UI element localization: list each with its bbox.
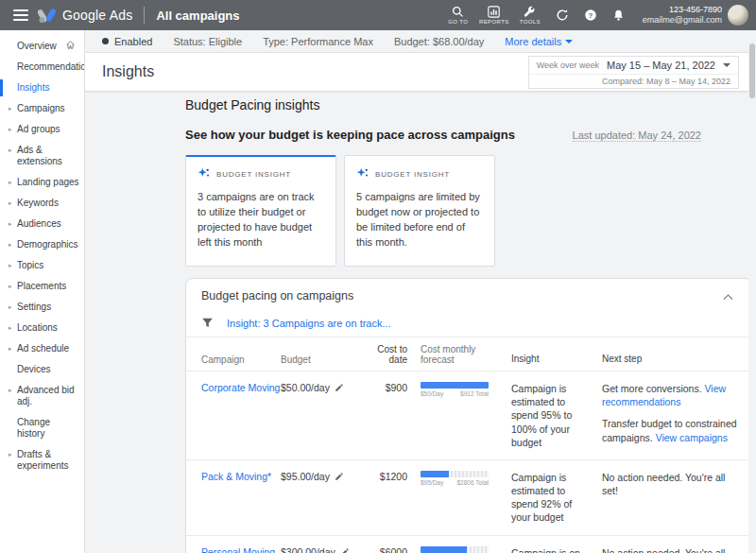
date-range-picker[interactable]: Week over week May 15 – May 21, 2022 Com… bbox=[528, 56, 739, 89]
budget-pacing-panel: Budget pacing on campaigns Insight: 3 Ca… bbox=[185, 278, 748, 553]
account-email: emailme@gmail.com bbox=[643, 15, 722, 26]
expand-arrow-icon: ▸ bbox=[9, 387, 12, 394]
forecast-bar-fill bbox=[421, 471, 449, 477]
more-details-link[interactable]: More details bbox=[505, 36, 573, 47]
sidebar-item-keywords[interactable]: ▸Keywords bbox=[0, 193, 84, 214]
edit-budget-button pencil-icon[interactable] bbox=[340, 547, 350, 553]
context-title: All campaigns bbox=[156, 9, 239, 23]
expand-arrow-icon: ▸ bbox=[9, 451, 12, 458]
filter-chip[interactable]: Insight: 3 Campaigns are on track... bbox=[227, 318, 391, 329]
forecast-bar-fill bbox=[421, 546, 467, 553]
budget-value: $50.00/day bbox=[281, 382, 330, 393]
wrench-icon bbox=[524, 6, 536, 18]
insight-card-text: 3 campaigns are on track to utilize thei… bbox=[198, 190, 324, 251]
forecast-total-label: $912 Total bbox=[460, 390, 489, 397]
insight-card-1[interactable]: BUDGET INSIGHT3 campaigns are on track t… bbox=[185, 155, 336, 267]
sidebar-nav: OverviewRecommendationsInsights▸Campaign… bbox=[0, 30, 85, 553]
goto-button[interactable]: GO TO bbox=[440, 6, 476, 25]
column-header-campaign: Campaign bbox=[201, 354, 281, 365]
last-updated: Last updated: May 24, 2022 bbox=[573, 130, 701, 142]
tools-button[interactable]: TOOLS bbox=[512, 6, 548, 25]
sidebar-item-overview[interactable]: Overview bbox=[0, 36, 84, 57]
campaign-link[interactable]: Pack & Moving* bbox=[201, 471, 271, 482]
status-dot-icon bbox=[102, 38, 109, 44]
notifications-button[interactable] bbox=[607, 3, 631, 27]
refresh-icon bbox=[556, 9, 569, 22]
column-header-next-step: Next step bbox=[602, 353, 738, 366]
edit-budget-button pencil-icon[interactable] bbox=[335, 383, 344, 392]
sidebar-item-audiences[interactable]: ▸Audiences bbox=[0, 214, 84, 234]
campaigns-table: CampaignBudgetCost to dateCost monthly f… bbox=[186, 337, 748, 553]
campaign-cell: Corporate Moving bbox=[201, 382, 281, 393]
account-info[interactable]: 123-456-7890 emailme@gmail.com bbox=[643, 5, 722, 26]
insight-cards: BUDGET INSIGHT3 campaigns are on track t… bbox=[185, 155, 741, 267]
insight-card-header: BUDGET INSIGHT bbox=[356, 167, 483, 181]
expand-arrow-icon: ▸ bbox=[9, 345, 12, 353]
scrollbar-thumb[interactable] bbox=[749, 43, 755, 98]
sidebar-item-label: Ads & extensions bbox=[17, 145, 80, 167]
forecast-bar-fill bbox=[421, 382, 489, 389]
reports-button[interactable]: REPORTS bbox=[476, 6, 512, 25]
column-header-budget: Budget bbox=[281, 354, 360, 365]
sidebar-item-topics[interactable]: ▸Topics bbox=[0, 255, 84, 276]
sidebar-item-label: Ad groups bbox=[17, 124, 60, 135]
sidebar-item-landing-pages[interactable]: ▸Landing pages bbox=[0, 172, 84, 193]
next-step-link[interactable]: View recommendations bbox=[602, 383, 726, 407]
sidebar-item-placements[interactable]: ▸Placements bbox=[0, 276, 84, 297]
help-button[interactable]: ? bbox=[578, 3, 603, 27]
sidebar-item-change-history[interactable]: Change history bbox=[0, 412, 84, 444]
main-content: Budget Pacing insights See how your budg… bbox=[85, 92, 748, 553]
campaign-budget: Budget: $68.00/day bbox=[394, 36, 484, 47]
page-title: Budget Pacing insights bbox=[185, 97, 741, 112]
sidebar-item-advanced-bid-adj-[interactable]: ▸Advanced bid adj. bbox=[0, 380, 84, 412]
forecast-cell: $95/Day$2806 Total bbox=[421, 471, 511, 486]
next-step-cell: No action needed. You're all set! bbox=[602, 471, 738, 497]
sidebar-item-devices[interactable]: Devices bbox=[0, 359, 84, 380]
collapse-panel-button[interactable] bbox=[719, 287, 736, 304]
next-step-link[interactable]: View campaigns bbox=[656, 432, 728, 443]
sidebar-item-label: Devices bbox=[17, 364, 51, 375]
sidebar-item-ads-extensions[interactable]: ▸Ads & extensions bbox=[0, 140, 84, 172]
menu-icon[interactable] bbox=[13, 9, 28, 21]
edit-budget-button pencil-icon[interactable] bbox=[335, 472, 344, 481]
sidebar-item-recommendations[interactable]: Recommendations bbox=[0, 57, 84, 78]
campaign-link[interactable]: Personal Moving bbox=[201, 546, 275, 553]
sidebar-item-ad-groups[interactable]: ▸Ad groups bbox=[0, 119, 84, 140]
forecast-total-label: $2806 Total bbox=[457, 479, 490, 486]
campaign-status-bar: Enabled Status: Eligible Type: Performan… bbox=[85, 30, 756, 53]
topbar-divider bbox=[144, 7, 145, 24]
insight-card-text: 5 campaigns are limited by budget now or… bbox=[356, 190, 483, 251]
sidebar-item-settings[interactable]: ▸Settings bbox=[0, 297, 84, 318]
sidebar-item-insights[interactable]: Insights bbox=[0, 78, 84, 98]
filter-icon bbox=[201, 317, 214, 329]
google-ads-logo bbox=[38, 8, 57, 24]
budget-cell: $50.00/day bbox=[281, 382, 360, 393]
forecast-bar-labels: $95/Day$2806 Total bbox=[421, 479, 489, 486]
sidebar-item-ad-schedule[interactable]: ▸Ad schedule bbox=[0, 338, 84, 359]
sidebar-item-demographics[interactable]: ▸Demographics bbox=[0, 234, 84, 255]
date-range-value: May 15 – May 21, 2022 bbox=[607, 60, 715, 71]
expand-arrow-icon: ▸ bbox=[9, 303, 12, 311]
page-scrollbar[interactable] bbox=[748, 30, 756, 553]
sidebar-item-label: Campaigns bbox=[17, 103, 65, 114]
insight-card-2[interactable]: BUDGET INSIGHT5 campaigns are limited by… bbox=[344, 155, 495, 267]
sidebar-item-campaigns[interactable]: ▸Campaigns bbox=[0, 98, 84, 119]
sidebar-item-locations[interactable]: ▸Locations bbox=[0, 318, 84, 338]
expand-arrow-icon: ▸ bbox=[9, 147, 12, 154]
sidebar-item-label: Overview bbox=[17, 41, 57, 52]
sidebar-item-drafts-experiments[interactable]: ▸Drafts & experiments bbox=[0, 444, 84, 476]
product-name: Google Ads bbox=[62, 8, 132, 23]
bell-icon bbox=[612, 9, 625, 22]
forecast-bar bbox=[421, 382, 489, 389]
avatar[interactable] bbox=[728, 5, 748, 26]
sidebar-item-label: Topics bbox=[17, 260, 43, 271]
table-row: Corporate Moving$50.00/day$900$50/Day$91… bbox=[186, 372, 748, 460]
sparkle-icon bbox=[356, 167, 369, 181]
sidebar-item-label: Ad schedule bbox=[17, 343, 69, 354]
sidebar-item-label: Keywords bbox=[17, 198, 59, 209]
forecast-bar-labels: $50/Day$912 Total bbox=[421, 390, 489, 397]
refresh-button[interactable] bbox=[550, 3, 575, 27]
campaign-link[interactable]: Corporate Moving bbox=[201, 382, 280, 393]
campaign-cell: Personal Moving bbox=[201, 546, 281, 553]
cost-to-date-cell: $900 bbox=[360, 382, 421, 393]
